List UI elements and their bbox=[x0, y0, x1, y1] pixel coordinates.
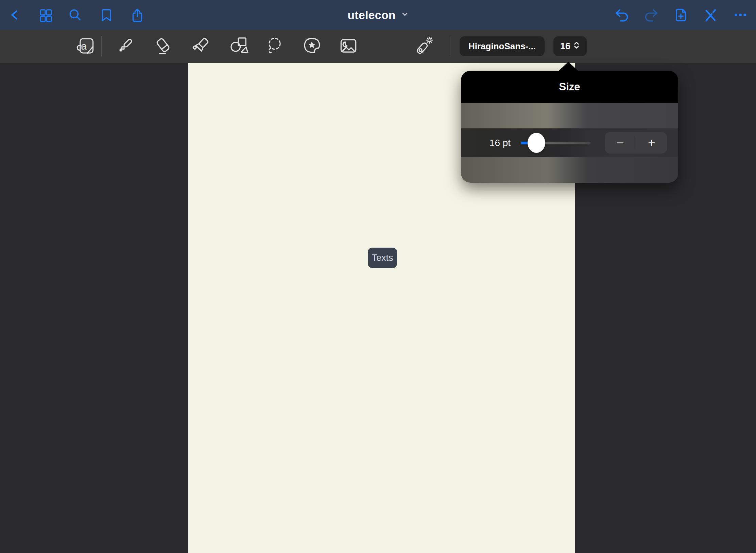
zoom-window-icon: a bbox=[77, 36, 96, 57]
highlighter-icon bbox=[191, 36, 210, 57]
undo-button[interactable] bbox=[612, 0, 631, 30]
size-value-label: 16 pt bbox=[475, 128, 526, 157]
search-icon bbox=[68, 8, 82, 22]
popover-body: Size 16 pt − + bbox=[461, 71, 678, 183]
font-size-value: 16 bbox=[560, 41, 570, 52]
elements-tool[interactable] bbox=[300, 30, 324, 63]
pencil-cross-icon bbox=[703, 7, 718, 22]
read-only-toggle-button[interactable] bbox=[701, 0, 720, 30]
font-family-label: HiraginoSans-... bbox=[468, 41, 536, 52]
grid-icon bbox=[39, 8, 53, 22]
share-button[interactable] bbox=[128, 0, 147, 30]
bookmark-icon bbox=[99, 8, 114, 22]
toolbar-separator bbox=[101, 36, 102, 57]
size-decrease-button[interactable]: − bbox=[605, 132, 636, 154]
shapes-tool[interactable] bbox=[227, 30, 251, 63]
image-tool[interactable] bbox=[336, 30, 361, 63]
zoom-window-tool[interactable]: a bbox=[74, 30, 99, 63]
tools-toolbar: a bbox=[0, 30, 756, 63]
search-button[interactable] bbox=[66, 0, 85, 30]
size-popover: Size 16 pt − + bbox=[461, 61, 678, 183]
redo-icon bbox=[644, 7, 659, 22]
popover-upper-band bbox=[461, 103, 678, 128]
ellipsis-icon bbox=[733, 7, 748, 22]
lasso-tool[interactable] bbox=[262, 30, 287, 63]
top-navbar: utelecon bbox=[0, 0, 756, 30]
laser-pointer-tool[interactable] bbox=[411, 30, 435, 63]
size-slider-row: 16 pt − + bbox=[461, 128, 678, 157]
document-plus-icon bbox=[673, 7, 688, 22]
add-page-button[interactable] bbox=[671, 0, 690, 30]
lasso-icon bbox=[265, 36, 284, 57]
font-family-button[interactable]: HiraginoSans-... bbox=[460, 36, 545, 56]
document-title: utelecon bbox=[347, 8, 395, 22]
toolbar-separator bbox=[450, 36, 450, 57]
eraser-tool[interactable] bbox=[151, 30, 175, 63]
size-slider-thumb[interactable] bbox=[528, 133, 545, 153]
chevron-down-icon bbox=[401, 11, 409, 19]
share-icon bbox=[130, 8, 144, 22]
bookmark-button[interactable] bbox=[97, 0, 116, 30]
font-size-button[interactable]: 16 bbox=[553, 36, 587, 56]
document-title-button[interactable]: utelecon bbox=[347, 8, 408, 22]
text-object-label: Texts bbox=[372, 253, 393, 263]
popover-header: Size bbox=[461, 71, 678, 103]
goodnotes-document-screen: utelecon bbox=[0, 0, 756, 553]
shapes-icon bbox=[229, 36, 248, 57]
eraser-icon bbox=[154, 36, 173, 57]
zoom-tool-glyph: a bbox=[81, 40, 87, 52]
more-button[interactable] bbox=[731, 0, 750, 30]
pen-tool[interactable] bbox=[113, 30, 137, 63]
highlighter-tool[interactable] bbox=[189, 30, 213, 63]
back-button[interactable] bbox=[5, 0, 23, 30]
size-stepper: − + bbox=[605, 132, 667, 154]
laser-pointer-icon bbox=[414, 36, 433, 57]
popover-arrow bbox=[559, 62, 578, 71]
popover-lower-band bbox=[461, 157, 678, 183]
size-increase-button[interactable]: + bbox=[636, 132, 667, 154]
undo-icon bbox=[614, 7, 629, 22]
popover-title: Size bbox=[559, 81, 580, 93]
pen-icon bbox=[116, 36, 135, 57]
elements-sticker-icon bbox=[303, 36, 322, 57]
chevron-left-icon bbox=[9, 7, 20, 22]
redo-button[interactable] bbox=[642, 0, 661, 30]
image-icon bbox=[339, 36, 358, 57]
stepper-chevrons-icon bbox=[573, 41, 580, 52]
pages-overview-button[interactable] bbox=[36, 0, 55, 30]
text-object[interactable]: Texts bbox=[368, 248, 397, 268]
